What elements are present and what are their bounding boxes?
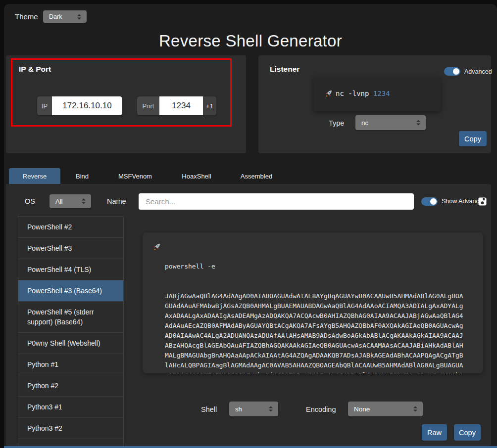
os-select[interactable]: All xyxy=(50,194,91,208)
listener-command-box: nc -lvnp 1234 xyxy=(313,77,441,111)
chevron-updown-icon xyxy=(77,14,82,19)
shell-select[interactable]: sh xyxy=(229,402,278,416)
listener-type-value: nc xyxy=(361,119,368,127)
ip-input[interactable] xyxy=(52,96,122,115)
chevron-updown-icon xyxy=(413,406,418,412)
list-item[interactable]: Python #2 xyxy=(18,375,123,396)
port-increment-button[interactable]: +1 xyxy=(203,96,216,115)
page-title: Reverse Shell Generator xyxy=(4,32,497,50)
bottom-accent-strip xyxy=(4,446,497,448)
rocket-icon xyxy=(325,90,333,97)
chevron-updown-icon xyxy=(269,406,273,412)
save-icon[interactable] xyxy=(478,197,487,206)
shell-list: PowerShell #2PowerShell #3PowerShell #4 … xyxy=(18,216,124,446)
list-item[interactable]: PowerShell #3 xyxy=(18,237,123,259)
list-item[interactable]: PowerShell #4 (TLS) xyxy=(18,259,123,280)
theme-select-value: Dark xyxy=(49,13,62,20)
list-item[interactable]: P0wny Shell (Webshell) xyxy=(18,332,123,354)
code-line: lAHcALQBPAGIAagBlAGMAdAAgAC0AVAB5AHAAZQB… xyxy=(165,360,474,370)
shell-label: Shell xyxy=(201,405,217,413)
list-item[interactable]: PowerShell #5 (stderr support) (Base64) xyxy=(18,301,123,332)
tab-msfvenom[interactable]: MSFVenom xyxy=(104,168,166,184)
os-select-value: All xyxy=(55,198,62,205)
shell-select-value: sh xyxy=(235,405,242,413)
listener-advanced-toggle[interactable] xyxy=(444,67,460,76)
code-lines: powershell -e JABjAGwAaQBlAG4AdAAgAD0AIA… xyxy=(165,242,474,373)
chevron-updown-icon xyxy=(82,199,86,204)
tab-hoaxshell[interactable]: HoaxShell xyxy=(166,168,227,184)
code-line: GUAdAAuAFMAbwBjAGsAZQB0AHMALgBUAEMAUABDA… xyxy=(165,301,474,311)
list-item[interactable]: Python3 #1 xyxy=(18,396,123,417)
show-advanced-toggle[interactable] xyxy=(421,197,438,206)
tab-reverse[interactable]: Reverse xyxy=(9,168,60,184)
theme-select[interactable]: Dark xyxy=(43,10,87,23)
encoding-select[interactable]: None xyxy=(348,402,423,416)
tab-bar: ReverseBindMSFVenomHoaxShellAssembled xyxy=(9,168,286,184)
ip-label: IP xyxy=(37,96,52,115)
code-command: powershell -e xyxy=(165,262,474,271)
code-line: AxADAALgAxADAAIgAsADEAMgAzADQAKQA7ACQAcw… xyxy=(165,311,474,321)
listener-advanced-label: Advanced xyxy=(464,68,492,75)
chevron-updown-icon xyxy=(416,120,421,126)
tab-bind[interactable]: Bind xyxy=(60,168,104,184)
tab-assembled[interactable]: Assembled xyxy=(227,168,286,184)
listener-command-prefix: nc -lvnp xyxy=(336,90,373,97)
ip-port-title: IP & Port xyxy=(19,65,51,74)
rocket-icon xyxy=(153,243,161,251)
port-input-group: Port +1 xyxy=(137,96,216,115)
port-label: Port xyxy=(137,96,159,115)
app-window: Theme Dark Reverse Shell Generator IP & … xyxy=(4,4,497,448)
name-label: Name xyxy=(107,197,126,205)
encoding-label: Encoding xyxy=(306,405,336,413)
list-item[interactable]: PowerShell #3 (Base64) xyxy=(18,280,123,301)
listener-command: nc -lvnp 1234 xyxy=(336,90,390,97)
port-input[interactable] xyxy=(159,96,203,115)
listener-type-select[interactable]: nc xyxy=(355,115,426,130)
listener-type-label: Type xyxy=(329,119,344,127)
code-line: JABjAGwAaQBlAG4AdAAgAD0AIABOAGUAdwAtAE8A… xyxy=(165,291,474,301)
encoding-select-value: None xyxy=(354,405,370,413)
os-label: OS xyxy=(25,197,35,205)
ip-port-panel: IP & Port IP Port +1 xyxy=(6,55,246,153)
list-item[interactable]: PowerShell #2 xyxy=(18,216,123,237)
list-item[interactable]: Python3 #2 xyxy=(18,417,123,439)
theme-label: Theme xyxy=(15,12,38,21)
ip-input-group: IP xyxy=(37,96,122,115)
list-item[interactable]: Python #1 xyxy=(18,354,123,375)
code-line: AdAAuAEcAZQB0AFMAdAByAGUAYQBtACgAKQA7AFs… xyxy=(165,321,474,331)
code-line: ABzAHQAcgBlAGEAbQAuAFIAZQBhAGQAKAAkAGIAe… xyxy=(165,341,474,351)
listener-title: Listener xyxy=(270,65,299,74)
list-item[interactable]: Python3 Windows xyxy=(18,439,123,446)
raw-button[interactable]: Raw xyxy=(422,424,447,441)
listener-panel: Listener Advanced nc -lvnp 1234 Type nc … xyxy=(258,55,491,153)
payload-panel: OS All Name Show Advanced PowerShell #2P… xyxy=(6,184,491,446)
code-line: MALgBMAGUAbgBnAHQAaAApACkAIAAtAG4AZQAgAD… xyxy=(165,351,474,360)
payload-copy-button[interactable]: Copy xyxy=(454,424,481,441)
listener-copy-button[interactable]: Copy xyxy=(459,131,487,146)
payload-code-block: powershell -e JABjAGwAaQBlAG4AdAAgAD0AIA… xyxy=(143,232,483,373)
search-input[interactable] xyxy=(139,193,414,210)
code-line: AD0AIAAwAC4ALgA2ADUANQAzADUAfAAlAHsAMAB9… xyxy=(165,331,474,341)
code-line: eAB0AC4AQQBTAEMASQBJAEUAbgBjAG8AZABpAG4A… xyxy=(165,370,474,373)
listener-command-port: 1234 xyxy=(373,90,390,97)
